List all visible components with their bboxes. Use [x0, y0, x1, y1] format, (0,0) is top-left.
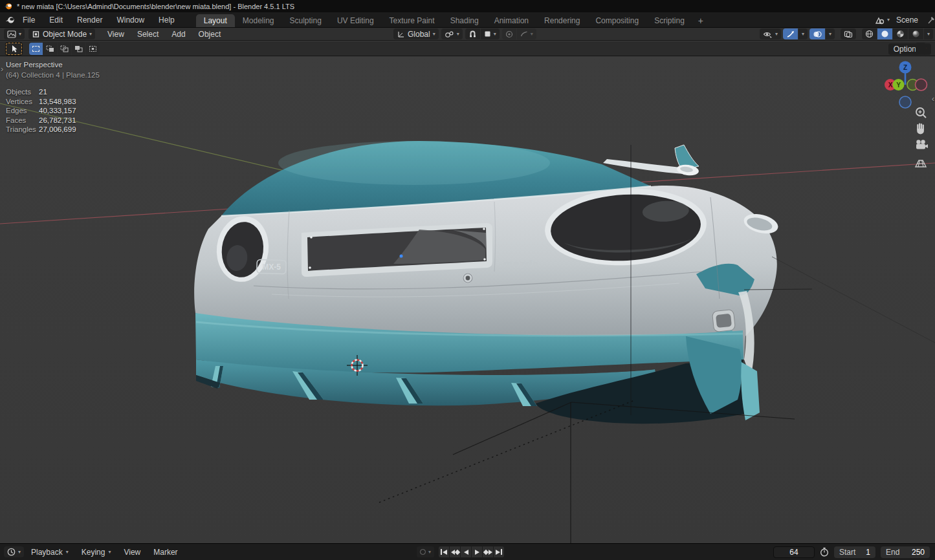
stat-label: Vertices	[6, 98, 39, 107]
stopwatch-icon[interactable]	[820, 547, 829, 557]
select-mode-set[interactable]	[29, 43, 43, 55]
tab-shading[interactable]: Shading	[443, 14, 487, 27]
menu-file[interactable]: File	[16, 12, 42, 27]
camera-view-icon[interactable]	[916, 140, 928, 149]
stat-value: 40,333,157	[39, 107, 76, 116]
mode-dropdown[interactable]: Object Mode	[28, 28, 95, 39]
scene-name[interactable]: Scene	[892, 16, 925, 25]
frame-end-field[interactable]: End 250	[881, 546, 930, 558]
svg-text:MX-5: MX-5	[262, 263, 281, 272]
xray-toggle[interactable]	[841, 28, 856, 39]
start-value: 1	[866, 548, 870, 557]
select-mode-extend[interactable]	[43, 43, 57, 55]
keying-label: Keying	[82, 548, 105, 557]
proportional-falloff-dropdown[interactable]	[517, 28, 536, 39]
tab-layout[interactable]: Layout	[196, 14, 235, 27]
shading-settings-dropdown[interactable]	[924, 28, 933, 39]
timeline-view-menu[interactable]: View	[118, 548, 146, 557]
magnet-icon	[468, 30, 477, 38]
overlays-settings-dropdown[interactable]	[826, 28, 835, 39]
tab-scripting[interactable]: Scripting	[646, 14, 692, 27]
menu-view[interactable]: View	[102, 30, 130, 39]
blender-menu-icon[interactable]	[5, 15, 16, 25]
pin-icon[interactable]	[927, 16, 935, 25]
jump-to-start-button[interactable]	[439, 546, 449, 557]
auto-keying-toggle[interactable]	[417, 546, 434, 557]
proportional-edit-toggle[interactable]	[502, 28, 516, 39]
editor-type-button[interactable]	[4, 28, 25, 39]
snap-settings-dropdown[interactable]	[481, 28, 500, 39]
viewport-nav-icons	[911, 105, 930, 172]
frame-start-field[interactable]: Start 1	[834, 546, 875, 558]
viewport-overlay-text: User Perspective (64) Collection 4 | Pla…	[6, 61, 100, 135]
viewport-3d[interactable]: MX-5 mazda	[0, 56, 935, 543]
tab-sculpting[interactable]: Sculpting	[282, 14, 329, 27]
add-workspace-button[interactable]: +	[692, 14, 709, 27]
shading-wireframe-button[interactable]	[862, 28, 877, 39]
menu-window[interactable]: Window	[109, 12, 151, 27]
blender-window: * new miata [C:\Users\Admind\Documents\b…	[0, 0, 935, 560]
scene-browse-caret[interactable]	[887, 17, 890, 23]
miata-car-model[interactable]: MX-5 mazda	[194, 141, 780, 424]
pivot-point-dropdown[interactable]	[441, 28, 463, 39]
playback-controls	[439, 546, 504, 557]
badge-mazda: mazda	[503, 259, 539, 270]
tab-texture-paint[interactable]: Texture Paint	[382, 14, 443, 27]
gizmo-axis-z-neg[interactable]	[899, 96, 911, 108]
show-overlays-toggle[interactable]	[809, 28, 825, 39]
license-plate-recess	[302, 223, 492, 277]
playback-menu[interactable]: Playback	[25, 548, 74, 557]
tab-animation[interactable]: Animation	[487, 14, 536, 27]
proportional-edit-group	[502, 28, 536, 39]
object-mode-icon	[32, 30, 40, 38]
timeline-editor-type-button[interactable]	[4, 546, 24, 557]
prev-keyframe-button[interactable]	[450, 546, 460, 557]
next-keyframe-button[interactable]	[483, 546, 493, 557]
current-frame-field[interactable]: 64	[773, 546, 815, 558]
menu-render[interactable]: Render	[70, 12, 109, 27]
shading-solid-button[interactable]	[877, 28, 892, 39]
viewport-canvas[interactable]: MX-5 mazda	[0, 56, 935, 543]
active-tool-select-box[interactable]	[5, 42, 23, 56]
select-mode-subtract[interactable]	[58, 43, 71, 55]
tab-rendering[interactable]: Rendering	[536, 14, 588, 27]
menu-select[interactable]: Select	[131, 30, 164, 39]
select-mode-intersect[interactable]	[86, 43, 100, 55]
show-gizmo-toggle[interactable]	[783, 28, 798, 39]
end-label: End	[886, 548, 899, 557]
solid-sphere-icon	[881, 30, 889, 38]
scene-icon[interactable]	[874, 15, 885, 25]
navigation-gizmo[interactable]: Z X Y	[875, 59, 935, 111]
proportional-edit-icon	[505, 30, 513, 38]
menu-help[interactable]: Help	[151, 12, 182, 27]
play-reverse-button[interactable]	[461, 546, 471, 557]
toolbar-expand-arrow[interactable]: ›	[1, 64, 3, 74]
select-mode-invert[interactable]	[72, 43, 85, 55]
tab-modeling[interactable]: Modeling	[235, 14, 282, 27]
play-button[interactable]	[472, 546, 482, 557]
tab-uv-editing[interactable]: UV Editing	[329, 14, 382, 27]
tab-compositing[interactable]: Compositing	[588, 14, 646, 27]
pan-hand-icon[interactable]	[917, 124, 924, 135]
snap-toggle[interactable]	[465, 28, 480, 39]
jump-to-end-button[interactable]	[494, 546, 504, 557]
shading-rendered-button[interactable]	[908, 28, 923, 39]
orientation-axes-icon	[397, 30, 405, 38]
stat-value: 21	[39, 88, 47, 98]
gizmo-settings-dropdown[interactable]	[798, 28, 808, 39]
perspective-ortho-icon[interactable]	[916, 160, 926, 167]
menu-add[interactable]: Add	[166, 30, 191, 39]
gizmo-axis-x-neg[interactable]	[916, 79, 927, 91]
zoom-icon[interactable]	[916, 108, 926, 118]
menu-edit[interactable]: Edit	[42, 12, 70, 27]
keying-menu[interactable]: Keying	[76, 548, 117, 557]
blender-logo-icon	[4, 2, 12, 10]
menu-object[interactable]: Object	[193, 30, 227, 39]
transform-orientation-dropdown[interactable]: Global	[393, 28, 439, 39]
visibility-dropdown[interactable]	[760, 28, 781, 39]
eye-icon	[763, 30, 773, 38]
xray-icon	[844, 30, 853, 38]
shading-material-button[interactable]	[893, 28, 908, 39]
timeline-marker-menu[interactable]: Marker	[148, 548, 183, 557]
window-title: * new miata [C:\Users\Admind\Documents\b…	[17, 3, 294, 10]
